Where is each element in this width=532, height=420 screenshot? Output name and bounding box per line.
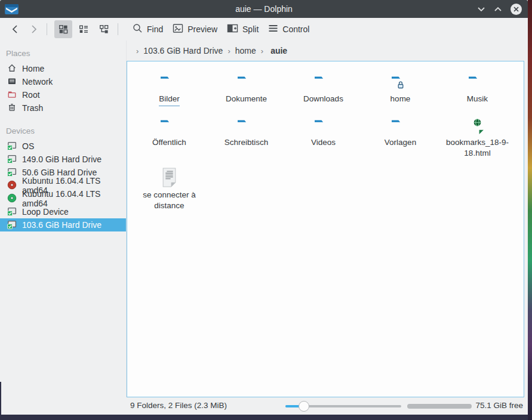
breadcrumb-segment-home[interactable]: home: [235, 46, 256, 55]
window-maximize-button[interactable]: [494, 7, 502, 12]
disk-capacity-bar: [407, 404, 472, 409]
sidebar-item-os[interactable]: OS: [0, 140, 126, 153]
file-item-vorlagen[interactable]: Vorlagen: [362, 110, 439, 162]
folder-icon: [390, 113, 411, 135]
sidebar-item-label: Home: [22, 64, 44, 73]
trash-icon: [7, 103, 17, 114]
sidebar-item-label: OS: [22, 141, 34, 151]
toolbar: Find Preview Split: [0, 18, 528, 41]
root-folder-icon: [7, 89, 17, 101]
desktop-wallpaper-strip: [528, 0, 532, 420]
title-bar[interactable]: auie — Dolphin: [0, 0, 528, 18]
folder-view[interactable]: Bilder Dokumente Downloads home: [127, 61, 524, 397]
hard-drive-icon: [7, 154, 17, 165]
sidebar-item-103-drive-selected[interactable]: 103.6 GiB Hard Drive: [0, 218, 126, 231]
sidebar-item-home[interactable]: Home: [0, 62, 126, 75]
file-item-dokumente[interactable]: Dokumente: [208, 66, 285, 110]
chevron-right-icon: ›: [261, 47, 263, 55]
window-minimize-button[interactable]: [477, 7, 485, 12]
window-close-button[interactable]: [511, 4, 522, 15]
file-item-bilder[interactable]: Bilder: [131, 66, 208, 110]
split-view-icon: [227, 23, 238, 35]
folder-icon: [236, 70, 257, 91]
network-icon: [7, 76, 17, 88]
file-name: Videos: [311, 137, 336, 148]
html-file-icon: [469, 113, 485, 135]
folder-icon: [468, 70, 488, 91]
file-item-schreibtisch[interactable]: Schreibtisch: [208, 110, 285, 162]
home-icon: [7, 63, 17, 75]
icons-view-button[interactable]: [54, 20, 72, 38]
optical-disc-red-icon: [7, 180, 17, 192]
file-name: home: [390, 94, 411, 104]
sidebar-item-label: Network: [22, 77, 53, 87]
file-item-videos[interactable]: Videos: [285, 110, 362, 162]
sidebar-item-network[interactable]: Network: [0, 75, 126, 88]
hard-drive-icon: [7, 167, 17, 178]
file-item-musik[interactable]: Musik: [439, 66, 516, 110]
sidebar-item-label: Trash: [22, 103, 43, 113]
sidebar-item-label: 103.6 GiB Hard Drive: [22, 220, 102, 230]
search-icon: [133, 23, 143, 35]
file-name: Dokumente: [226, 94, 267, 104]
dolphin-window: auie — Dolphin: [0, 0, 528, 415]
sidebar-item-kubuntu-disc-2[interactable]: Kubuntu 16.04.4 LTS amd64: [0, 192, 126, 205]
details-view-button[interactable]: [75, 20, 93, 38]
desktop-wallpaper-strip: [0, 382, 1, 415]
hamburger-menu-icon: [268, 24, 278, 35]
find-button[interactable]: Find: [133, 23, 163, 35]
locked-folder-icon: [390, 70, 411, 91]
control-button[interactable]: Control: [268, 24, 309, 35]
image-preview-icon: [173, 23, 183, 35]
sidebar-item-label: Loop Device: [22, 207, 69, 217]
control-label: Control: [282, 24, 309, 34]
preview-label: Preview: [187, 24, 217, 34]
sidebar-item-149-drive[interactable]: 149.0 GiB Hard Drive: [0, 153, 126, 166]
zoom-slider-handle[interactable]: [299, 401, 309, 412]
window-title: auie — Dolphin: [0, 4, 528, 14]
devices-section-header: Devices: [0, 124, 126, 140]
places-panel: Places Home Network Root: [0, 41, 127, 397]
toolbar-separator: [47, 23, 47, 35]
forward-button[interactable]: [26, 21, 42, 37]
file-name: Bilder: [159, 94, 180, 106]
status-bar: 9 Folders, 2 Files (2.3 MiB) 75.1 GiB fr…: [0, 397, 528, 415]
breadcrumb-segment-drive[interactable]: 103.6 GiB Hard Drive: [143, 46, 223, 55]
tree-view-button[interactable]: [95, 20, 113, 38]
sidebar-item-trash[interactable]: Trash: [0, 101, 126, 115]
hard-drive-icon: [7, 141, 17, 152]
file-name: bookmarks_18-9-18.html: [443, 137, 512, 159]
file-name: Downloads: [303, 94, 343, 104]
chevron-right-icon: ›: [227, 47, 230, 55]
selection-summary: 9 Folders, 2 Files (2.3 MiB): [130, 401, 227, 410]
chevron-right-icon: ›: [136, 47, 139, 55]
places-section-header: Places: [0, 47, 126, 62]
file-name: Vorlagen: [385, 137, 416, 148]
sidebar-item-root[interactable]: Root: [0, 88, 126, 101]
hard-drive-icon: [7, 206, 17, 218]
dolphin-app-icon: [5, 4, 19, 14]
preview-button[interactable]: Preview: [173, 23, 217, 35]
sidebar-item-label: Root: [22, 90, 40, 100]
split-label: Split: [242, 24, 259, 34]
file-name: Öffentlich: [152, 137, 186, 148]
titlebar-top-edge: [0, 0, 528, 2]
sidebar-item-label: Kubuntu 16.04.4 LTS amd64: [22, 189, 126, 208]
toolbar-separator: [118, 23, 118, 35]
file-item-bookmarks-html[interactable]: bookmarks_18-9-18.html: [439, 110, 516, 162]
folder-icon: [313, 113, 334, 135]
file-name: se connecter à distance: [135, 190, 204, 211]
text-file-icon: [161, 166, 177, 187]
file-item-se-connecter[interactable]: se connecter à distance: [131, 162, 208, 215]
file-item-home[interactable]: home: [362, 66, 439, 110]
breadcrumb-segment-current[interactable]: auie: [270, 46, 287, 55]
file-item-oeffentlich[interactable]: Öffentlich: [131, 110, 208, 162]
file-item-downloads[interactable]: Downloads: [285, 66, 362, 110]
split-button[interactable]: Split: [227, 23, 259, 35]
back-button[interactable]: [7, 21, 23, 37]
breadcrumb: › 103.6 GiB Hard Drive › home › auie: [127, 41, 524, 61]
zoom-slider[interactable]: [285, 400, 401, 412]
optical-disc-green-icon: [7, 193, 17, 205]
file-name: Schreibtisch: [225, 137, 269, 148]
hard-drive-icon: [7, 220, 17, 231]
